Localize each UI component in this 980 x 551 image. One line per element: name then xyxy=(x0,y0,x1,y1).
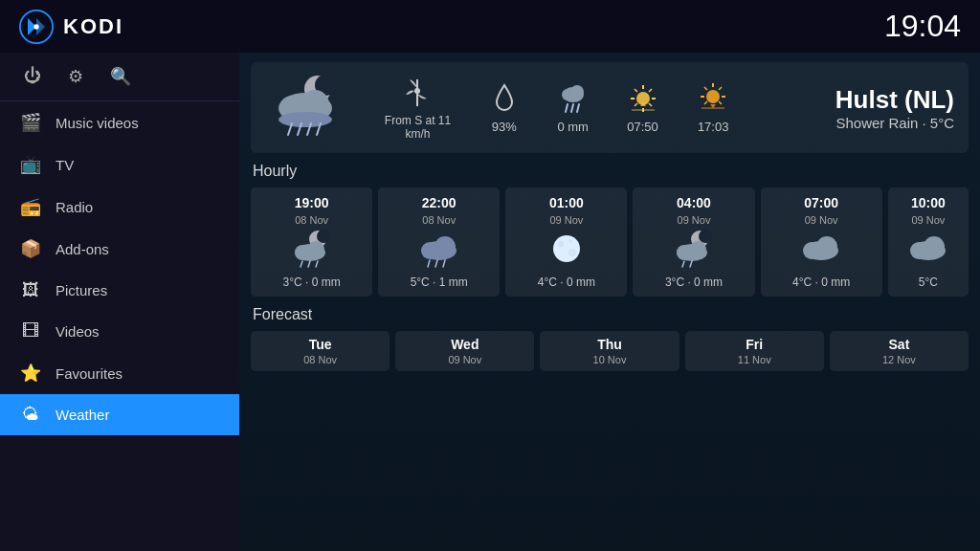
hourly-card-1[interactable]: 22:00 08 Nov 5°C · 1 mm xyxy=(378,187,500,297)
sidebar-label-pictures: Pictures xyxy=(56,282,107,298)
sunrise-label: 07:50 xyxy=(627,120,658,134)
forecast-card-3[interactable]: Fri 11 Nov xyxy=(685,331,824,371)
svg-line-54 xyxy=(443,260,445,267)
svg-line-53 xyxy=(435,260,437,267)
sidebar-item-favourites[interactable]: ⭐ Favourites xyxy=(0,352,239,394)
svg-point-63 xyxy=(689,241,706,258)
rain-stat: 0 mm xyxy=(557,81,589,134)
favourites-icon: ⭐ xyxy=(19,363,42,384)
hourly-icon-4 xyxy=(798,230,844,272)
sunrise-icon xyxy=(627,81,659,116)
hourly-card-3[interactable]: 04:00 09 Nov 3°C · 0 mm xyxy=(633,187,754,297)
svg-point-56 xyxy=(558,241,564,247)
main-layout: ⏻ ⚙ 🔍 🎬 Music videos 📺 TV 📻 Radio 📦 Add-… xyxy=(0,53,980,551)
hourly-section: Hourly 19:00 08 Nov xyxy=(251,163,969,306)
weather-stats: From S at 11 km/h 93% xyxy=(366,76,748,141)
sunset-stat: 17:03 xyxy=(697,81,729,134)
sidebar-top-icons: ⏻ ⚙ 🔍 xyxy=(0,53,239,101)
forecast-date-4: 12 Nov xyxy=(882,354,916,365)
clock: 19:04 xyxy=(884,9,961,44)
tv-icon: 📺 xyxy=(19,154,42,175)
forecast-day-1: Wed xyxy=(451,337,479,352)
sunrise-stat: 07:50 xyxy=(627,81,659,134)
hourly-icon-3 xyxy=(671,230,717,272)
hourly-time-4: 07:00 xyxy=(804,195,838,210)
forecast-card-1[interactable]: Wed 09 Nov xyxy=(395,331,534,371)
search-icon[interactable]: 🔍 xyxy=(110,66,131,87)
hourly-icon-2 xyxy=(544,230,590,272)
sidebar-label-radio: Radio xyxy=(56,199,93,215)
svg-line-28 xyxy=(649,103,652,106)
forecast-day-2: Thu xyxy=(597,337,622,352)
sidebar-item-weather[interactable]: 🌤 Weather xyxy=(0,394,239,435)
forecast-row: Tue 08 Nov Wed 09 Nov Thu 10 Nov Fri 11 … xyxy=(251,331,969,371)
svg-point-18 xyxy=(570,85,584,99)
sidebar-item-addons[interactable]: 📦 Add-ons xyxy=(0,228,239,270)
sunset-icon xyxy=(697,81,729,116)
kodi-logo-icon xyxy=(19,10,54,44)
hourly-time-1: 22:00 xyxy=(422,195,457,210)
weather-location-info: Hulst (NL) Shower Rain · 5°C xyxy=(763,85,954,131)
svg-line-48 xyxy=(316,261,318,267)
hourly-label: Hourly xyxy=(251,163,969,180)
hourly-date-4: 09 Nov xyxy=(805,214,838,226)
settings-icon[interactable]: ⚙ xyxy=(68,66,83,87)
forecast-card-2[interactable]: Thu 10 Nov xyxy=(540,331,679,371)
forecast-date-1: 09 Nov xyxy=(448,354,481,365)
forecast-card-0[interactable]: Tue 08 Nov xyxy=(251,331,390,371)
app-title: KODI xyxy=(63,14,123,39)
current-weather-icon xyxy=(265,72,351,143)
hourly-date-2: 09 Nov xyxy=(549,214,583,226)
sidebar-item-radio[interactable]: 📻 Radio xyxy=(0,186,239,228)
svg-line-36 xyxy=(704,87,707,90)
svg-line-20 xyxy=(571,104,573,112)
hourly-temp-3: 3°C · 0 mm xyxy=(665,276,723,289)
sidebar-item-music-videos[interactable]: 🎬 Music videos xyxy=(0,101,239,143)
power-icon[interactable]: ⏻ xyxy=(24,66,41,87)
sidebar-label-weather: Weather xyxy=(56,407,109,423)
sidebar-item-pictures[interactable]: 🖼 Pictures xyxy=(0,270,239,311)
svg-point-3 xyxy=(33,24,38,29)
hourly-temp-0: 3°C · 0 mm xyxy=(283,276,341,289)
hourly-icon-0 xyxy=(289,230,335,272)
sidebar-item-tv[interactable]: 📺 TV xyxy=(0,143,239,186)
hourly-date-1: 08 Nov xyxy=(422,214,456,226)
hourly-card-4[interactable]: 07:00 09 Nov 4°C · 0 mm xyxy=(761,187,882,297)
music-videos-icon: 🎬 xyxy=(19,112,42,133)
svg-point-68 xyxy=(816,236,837,257)
hourly-card-2[interactable]: 01:00 09 Nov 4°C · 0 mm xyxy=(505,187,627,297)
svg-line-47 xyxy=(308,261,310,267)
svg-line-21 xyxy=(577,104,579,112)
hourly-temp-5: 5°C xyxy=(919,276,938,289)
hourly-date-0: 08 Nov xyxy=(295,214,328,226)
wind-stat: From S at 11 km/h xyxy=(385,76,451,141)
addons-icon: 📦 xyxy=(19,238,42,259)
hourly-time-3: 04:00 xyxy=(677,195,711,210)
hourly-time-2: 01:00 xyxy=(549,195,584,210)
hourly-temp-2: 4°C · 0 mm xyxy=(538,276,595,289)
svg-line-39 xyxy=(704,101,707,104)
svg-point-55 xyxy=(553,235,580,262)
forecast-day-4: Sat xyxy=(889,337,910,352)
sidebar-label-favourites: Favourites xyxy=(56,365,122,382)
hourly-card-5[interactable]: 10:00 09 Nov 5°C xyxy=(888,187,969,297)
forecast-section: Forecast Tue 08 Nov Wed 09 Nov Thu 10 No… xyxy=(251,306,969,371)
hourly-card-0[interactable]: 19:00 08 Nov xyxy=(251,187,372,297)
wind-icon xyxy=(402,76,433,110)
forecast-day-3: Fri xyxy=(746,337,763,352)
hourly-time-5: 10:00 xyxy=(911,195,946,210)
sunset-label: 17:03 xyxy=(698,120,729,134)
header: KODI 19:04 xyxy=(0,0,980,53)
sidebar-item-videos[interactable]: 🎞 Videos xyxy=(0,311,239,352)
svg-line-65 xyxy=(690,261,692,267)
weather-header-card: From S at 11 km/h 93% xyxy=(251,62,969,153)
svg-line-27 xyxy=(635,89,637,92)
sidebar-nav: 🎬 Music videos 📺 TV 📻 Radio 📦 Add-ons 🖼 … xyxy=(0,101,239,551)
pictures-icon: 🖼 xyxy=(19,280,42,300)
forecast-card-4[interactable]: Sat 12 Nov xyxy=(830,331,969,371)
radio-icon: 📻 xyxy=(19,196,42,217)
hourly-temp-4: 4°C · 0 mm xyxy=(792,276,850,289)
hourly-row: 19:00 08 Nov xyxy=(251,187,969,297)
forecast-date-0: 08 Nov xyxy=(303,354,337,365)
svg-line-19 xyxy=(566,104,568,112)
